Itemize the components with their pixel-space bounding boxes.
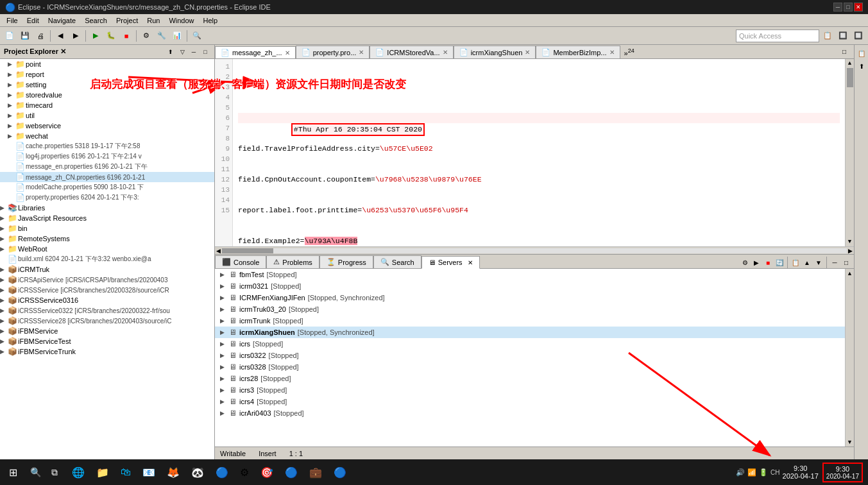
tree-item-ifbmservicetest[interactable]: ▶ 📦 iFBMServiceTest [0,336,214,346]
panel-maximize-btn[interactable]: □ [841,257,851,268]
menu-project[interactable]: Project [112,15,142,26]
server-icrmfenxiang[interactable]: ▶ 🖥 ICRMFenXiangJIFen [Stopped, Synchron… [215,292,845,303]
tab-overflow[interactable]: »24 [622,46,637,58]
tree-item-point[interactable]: ▶ 📁 point [0,59,214,69]
right-sidebar-btn-1[interactable]: 📋 [856,47,867,59]
tree-item-property-properties[interactable]: 📄 property.properties 6204 20-1-21 下午3: [0,192,214,203]
taskbar-item-app6[interactable]: 🔵 [280,461,303,484]
taskbar-item-app8[interactable]: 🔵 [328,461,352,484]
taskbar-item-app1[interactable]: 🦊 [162,461,185,484]
toolbar-extra-right-3[interactable]: 🔲 [851,29,865,43]
taskbar-item-edge[interactable]: 🌐 [67,461,90,484]
stop-button[interactable]: ■ [119,29,133,43]
tree-item-storedvalue[interactable]: ▶ 📁 storedvalue [0,90,214,100]
tab-close-property[interactable]: ✕ [359,49,364,56]
panel-minimize-btn[interactable]: ─ [830,257,840,268]
taskbar-item-mail[interactable]: 📧 [137,461,160,484]
taskbar-item-explorer[interactable]: 📁 [91,461,114,484]
panel-scroll-up[interactable]: ▲ [846,269,854,278]
server-icrari0403[interactable]: ▶ 🖥 icrAri0403 [Stopped] [215,407,845,419]
tree-item-icrssservice0316[interactable]: ▶ 📦 iCRSSService0316 [0,295,214,305]
maximize-button[interactable]: □ [844,3,853,12]
taskbar-item-app3[interactable]: 🔵 [210,461,234,484]
tree-item-ifbmservicetrunk[interactable]: ▶ 📦 iFBMServiceTrunk [0,346,214,357]
server-icrm0321[interactable]: ▶ 🖥 icrm0321 [Stopped] [215,280,845,292]
servers-close[interactable]: ✕ [468,259,473,266]
tab-close-member[interactable]: ✕ [609,49,615,56]
tree-item-icrssservice[interactable]: ▶ 📦 iCRSSService [iCRS/branches/20200328… [0,285,214,295]
tab-close-message-zh[interactable]: ✕ [285,49,290,56]
tree-item-ifbmservice[interactable]: ▶ 📦 iFBMService [0,326,214,336]
panel-toolbar-btn-3[interactable]: ■ [763,257,773,268]
tree-item-cache-properties[interactable]: 📄 cache.properties 5318 19-1-17 下午2:58 [0,141,214,151]
scroll-down[interactable]: ▼ [847,237,853,246]
scroll-left[interactable]: ◀ [216,248,221,254]
tree-item-util[interactable]: ▶ 📁 util [0,110,214,121]
tree-item-webroot[interactable]: ▶ 📁 WebRoot [0,244,214,254]
panel-toolbar-btn-5[interactable]: 📋 [790,257,801,268]
panel-toolbar-btn-6[interactable]: ▲ [802,257,812,268]
code-editor[interactable]: #Thu Apr 16 20:35:04 CST 2020 field.Trav… [233,59,845,246]
close-button[interactable]: ✕ [854,3,863,12]
scroll-thumb[interactable] [847,68,853,87]
menu-run[interactable]: Run [143,15,164,26]
scroll-up[interactable]: ▲ [847,59,853,68]
toolbar-btn-extra3[interactable]: 📊 [170,29,184,43]
h-scroll-thumb[interactable] [222,248,273,253]
tree-item-message-zh-properties[interactable]: 📄 message_zh_CN.properties 6196 20-1-21 [0,172,214,182]
server-icrmtrunk[interactable]: ▶ 🖥 icrmTrunk [Stopped] [215,315,845,327]
start-button[interactable]: ⊞ [0,459,26,485]
forward-button[interactable]: ▶ [69,29,83,43]
toolbar-btn-extra4[interactable]: 🔍 [190,29,204,43]
minimize-button[interactable]: ─ [833,3,842,12]
toolbar-btn-extra2[interactable]: 🔧 [155,29,169,43]
menu-help[interactable]: Help [200,15,222,26]
search-taskbar-button[interactable]: 🔍 [26,461,45,484]
server-icrs[interactable]: ▶ 🖥 icrs [Stopped] [215,338,845,350]
panel-toolbar-btn-7[interactable]: ▼ [813,257,824,268]
panel-tab-progress[interactable]: ⏳ Progress [319,255,373,268]
server-icrs3[interactable]: ▶ 🖥 icrs3 [Stopped] [215,384,845,396]
editor-scrollbar[interactable]: ▲ ▼ [845,59,854,246]
server-icrs4[interactable]: ▶ 🖥 icrs4 [Stopped] [215,396,845,407]
sidebar-header-icons[interactable]: ⬆ ▽ ─ □ [166,47,210,57]
tree-item-bin[interactable]: ▶ 📁 bin [0,223,214,234]
panel-toolbar-btn-2[interactable]: ▶ [751,257,762,268]
sidebar-collapse-btn[interactable]: ⬆ [166,47,176,57]
server-icrmxiangshuen[interactable]: ▶ 🖥 icrmXiangShuen [Stopped, Synchronize… [215,327,845,338]
tab-close-icrm[interactable]: ✕ [525,49,530,56]
tree-item-message-en-properties[interactable]: 📄 message_en.properties 6196 20-1-21 下午 [0,162,214,172]
server-icrmtruk0320[interactable]: ▶ 🖥 icrmTruk03_20 [Stopped] [215,303,845,315]
tab-close-icrmstored[interactable]: ✕ [443,49,448,56]
quick-access-input[interactable]: Quick Access [736,30,819,42]
tree-item-setting[interactable]: ▶ 📁 setting [0,80,214,90]
tree-item-remote-systems[interactable]: ▶ 📁 RemoteSystems [0,234,214,244]
toolbar-extra-right-2[interactable]: 🔲 [836,29,850,43]
server-icrs0328[interactable]: ▶ 🖥 icrs0328 [Stopped] [215,361,845,373]
menu-file[interactable]: File [3,15,22,26]
panel-tab-problems[interactable]: ⚠ Problems [266,255,319,268]
window-controls[interactable]: ─ □ ✕ [833,3,863,12]
menu-edit[interactable]: Edit [23,15,43,26]
panel-scroll-track[interactable] [846,278,854,438]
print-button[interactable]: 🖨 [33,29,47,43]
tree-item-build-xml[interactable]: 📄 build.xml 6204 20-1-21 下午3:32 wenbo.xi… [0,254,214,264]
server-icrs0322[interactable]: ▶ 🖥 icrs0322 [Stopped] [215,350,845,361]
editor-h-scrollbar[interactable]: ◀ ▶ [215,246,854,254]
tab-property-pro[interactable]: 📄 property.pro... ✕ [296,46,370,58]
sidebar-max-btn[interactable]: □ [200,47,210,57]
toolbar-btn-extra1[interactable]: ⚙ [139,29,153,43]
taskbar-item-app5[interactable]: 🎯 [255,461,278,484]
menu-search[interactable]: Search [81,15,111,26]
editor-maximize-btn[interactable]: □ [837,45,851,58]
new-button[interactable]: 📄 [3,29,17,43]
tree-item-libraries[interactable]: ▶ 📚 Libraries [0,203,214,213]
toolbar-extra-right-1[interactable]: 📋 [821,29,835,43]
panel-scrollbar[interactable]: ▲ ▼ [845,269,854,447]
save-button[interactable]: 💾 [18,29,32,43]
server-icrs28[interactable]: ▶ 🖥 icrs28 [Stopped] [215,373,845,384]
tree-item-modelcache-properties[interactable]: 📄 modelCache.properties 5090 18-10-21 下 [0,182,214,192]
run-button[interactable]: ▶ [89,29,103,43]
debug-button[interactable]: 🐛 [104,29,118,43]
back-button[interactable]: ◀ [53,29,67,43]
